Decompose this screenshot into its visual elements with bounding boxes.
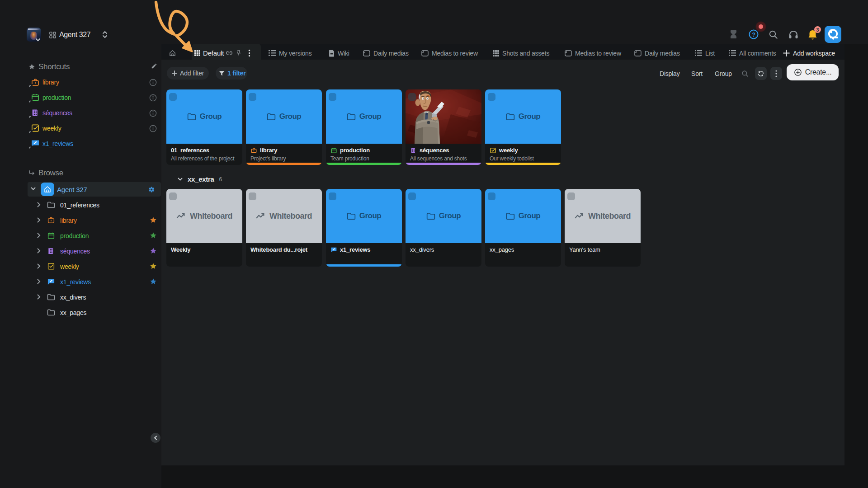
svg-text:?: ?: [752, 32, 755, 38]
